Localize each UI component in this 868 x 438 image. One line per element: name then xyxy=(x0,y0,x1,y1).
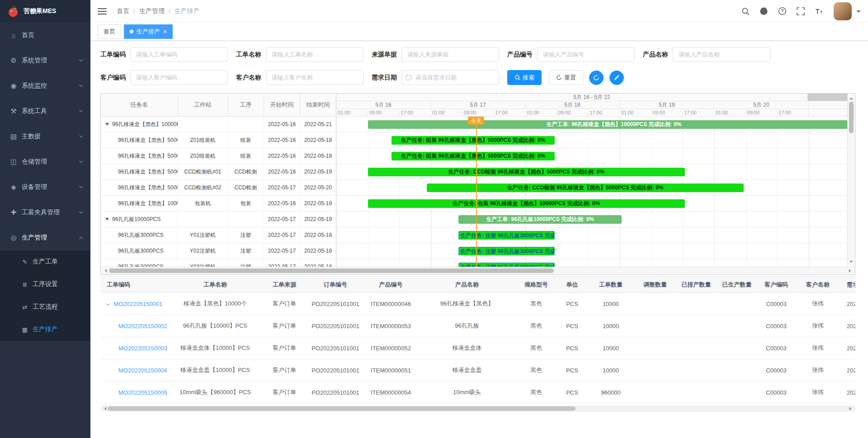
gantt-task-row[interactable]: 96孔移液盒【黑色】10000PCS包装机包装2022-05-162022-05… xyxy=(101,196,336,212)
sidebar-item[interactable]: ▤主数据 xyxy=(0,124,90,149)
task-name: 96孔移液盒【黑色】5000PCS xyxy=(118,184,178,192)
sidebar-item-label: 系统监控 xyxy=(22,82,47,90)
tab-production-schedule[interactable]: 生产排产 × xyxy=(124,24,173,39)
tab-home[interactable]: 首页 xyxy=(98,24,121,39)
horizontal-scrollbar-thumb[interactable] xyxy=(109,268,554,273)
text-input[interactable] xyxy=(537,47,635,62)
text-input[interactable] xyxy=(673,47,770,62)
search-icon[interactable] xyxy=(741,7,750,15)
order-code-link[interactable]: MO202205150003 xyxy=(118,345,167,352)
hamburger-icon[interactable] xyxy=(98,8,107,15)
gantt-bar[interactable]: 生产任务: 注塑 96孔孔板3000PCS 完成比例: 0% xyxy=(458,231,555,240)
sidebar-item-label: 仓储管理 xyxy=(22,158,47,166)
gantt-bar[interactable]: 生产任务: 组装 96孔移液盒【黑色】5000PCS 完成比例: 0% xyxy=(392,152,555,160)
gantt-grid-column-header: 任务名 xyxy=(101,94,178,116)
gantt-horizontal-scrollbar[interactable] xyxy=(101,267,855,274)
vertical-scrollbar-thumb[interactable] xyxy=(849,102,854,133)
gantt-bar[interactable]: 生产任务: 组装 96孔移液盒【黑色】5000PCS 完成比例: 0% xyxy=(392,136,555,145)
gantt-bar[interactable]: 生产任务: 注塑 96孔孔板3000PCS 完成比例: 0% xyxy=(458,247,555,255)
gantt-task-row[interactable]: 96孔移液盒【黑色】10000PCS2022-05-162022-05-21 xyxy=(101,117,336,132)
expand-row-icon[interactable] xyxy=(106,301,110,306)
table-row[interactable]: MO202205150003移液盒盒体【10000】PCS客户订单PO20220… xyxy=(100,337,855,359)
text-input[interactable] xyxy=(130,70,228,85)
github-icon[interactable] xyxy=(760,7,768,15)
scroll-left-arrow-icon[interactable] xyxy=(103,269,107,273)
gantt-bar[interactable]: 生产任务: CCD检测 96孔移液盒【黑色】5000PCS 完成比例: 0% xyxy=(368,168,685,176)
scroll-right-arrow-icon[interactable] xyxy=(849,407,853,410)
gantt-task-row[interactable]: 96孔移液盒【黑色】5000PCSZ02组装机组装2022-05-162022-… xyxy=(101,148,336,164)
orders-horizontal-scrollbar[interactable] xyxy=(100,405,855,412)
gantt-bar[interactable]: 生产任务: 包装 96孔移液盒【黑色】10000PCS 完成比例: 0% xyxy=(368,199,685,208)
gantt-day-header: 5月 19 xyxy=(620,101,714,108)
sidebar-item[interactable]: ◉系统监控 xyxy=(0,73,90,99)
task-name: 96孔孔板3000PCS xyxy=(118,231,164,239)
gantt-day-header: 5月 20 xyxy=(714,101,809,108)
gantt-vertical-scrollbar[interactable] xyxy=(847,94,855,267)
tools-icon: ⚒ xyxy=(9,107,18,115)
sidebar-item[interactable]: ⚒系统工具 xyxy=(0,99,90,124)
table-row[interactable]: MO202205150001移液盒【黑色】10000个客户订单PO2022051… xyxy=(100,293,855,315)
sidebar-subitem[interactable]: ≣工序设置 xyxy=(0,273,90,296)
sidebar-item[interactable]: ◫仓储管理 xyxy=(0,149,90,174)
app-title: 苦糖果MES xyxy=(24,7,56,15)
gantt-task-row[interactable]: 96孔移液盒【黑色】5000PCSCCD检测机#01CCD检测2022-05-1… xyxy=(101,164,336,180)
collapse-icon[interactable] xyxy=(105,218,109,221)
scroll-up-arrow-icon[interactable] xyxy=(849,96,853,99)
date-input[interactable] xyxy=(401,70,499,85)
scroll-right-arrow-icon[interactable] xyxy=(849,269,853,273)
gantt-bar[interactable]: 生产工单: 96孔孔板10000PCS 完成比例: 0% xyxy=(458,215,622,224)
order-code-link[interactable]: MO202205150005 xyxy=(118,389,167,396)
gantt-task-row[interactable]: 96孔孔板3000PCSY03注塑机注塑2022-05-172022-05-18 xyxy=(101,259,336,267)
scroll-down-arrow-icon[interactable] xyxy=(849,261,853,264)
gantt-task-row[interactable]: 96孔移液盒【黑色】5000PCSCCD检测机#02CCD检测2022-05-1… xyxy=(101,180,336,196)
sidebar-item[interactable]: ◎生产管理 xyxy=(0,225,90,250)
text-input[interactable] xyxy=(266,70,363,85)
sidebar-subitem[interactable]: ✎生产工单 xyxy=(0,250,90,273)
sidebar-subitem[interactable]: ▦生产排产 xyxy=(0,318,90,341)
gantt-hours-header: 01:0009:0017:0001:0009:0017:0001:0009:00… xyxy=(336,109,847,117)
sidebar-item[interactable]: ✚工装夹具管理 xyxy=(0,200,90,225)
orders-column-header: 工单名称 xyxy=(170,277,261,293)
gantt-task-row[interactable]: 96孔移液盒【黑色】5000PCSZ01组装机组装2022-05-162022-… xyxy=(101,132,336,148)
sidebar-item[interactable]: ◈设备管理 xyxy=(0,174,90,200)
gantt-bar[interactable]: 生产任务: CCD检测 96孔移液盒【黑色】5000PCS 完成比例: 0% xyxy=(427,184,744,192)
gantt-chart-row: 生产任务: CCD检测 96孔移液盒【黑色】5000PCS 完成比例: 0% xyxy=(336,164,847,180)
close-icon[interactable]: × xyxy=(163,28,167,35)
table-row[interactable]: MO20220515000510mm吸头【960000】PCS客户订单PO202… xyxy=(100,381,855,404)
orders-column-header: 已排产数量 xyxy=(676,277,717,293)
order-code-link[interactable]: MO202205150002 xyxy=(118,323,167,330)
scroll-left-arrow-icon[interactable] xyxy=(103,407,106,410)
user-avatar[interactable] xyxy=(834,2,852,20)
breadcrumb-home[interactable]: 首页 xyxy=(117,7,129,15)
text-input[interactable] xyxy=(130,47,228,62)
gantt-bar[interactable]: 生产工单: 96孔移液盒【黑色】10000PCS 完成比例: 0% xyxy=(368,120,847,129)
chevron-down-icon[interactable] xyxy=(856,10,861,15)
reset-button[interactable]: 重置 xyxy=(549,70,583,85)
gantt-bar[interactable]: 生产任务: 注塑 96孔孔板3000PCS 完成比例: 0% xyxy=(458,263,555,267)
fullscreen-icon[interactable] xyxy=(797,7,805,15)
gantt-hour-header: 01:00 xyxy=(431,109,462,116)
gantt-task-row[interactable]: 96孔孔板10000PCS2022-05-172022-05-19 xyxy=(101,212,336,227)
sidebar-subitem[interactable]: ⇄工艺流程 xyxy=(0,296,90,318)
search-button[interactable]: 搜索 xyxy=(507,70,542,85)
order-code-link[interactable]: MO202205150004 xyxy=(118,367,167,374)
text-input[interactable] xyxy=(401,47,499,62)
table-row[interactable]: MO202205150004移液盒盒盖【10000】PCS客户订单PO20220… xyxy=(100,359,855,381)
text-input[interactable] xyxy=(266,47,363,62)
table-row[interactable]: MO20220515000296孔孔板【10000】PCS客户订单PO20220… xyxy=(100,315,855,337)
horizontal-scrollbar-thumb[interactable] xyxy=(108,406,576,411)
help-icon[interactable]: ? xyxy=(778,7,787,15)
sidebar-item[interactable]: ⚙系统管理 xyxy=(0,48,90,73)
edit-button[interactable] xyxy=(609,71,624,85)
app-logo[interactable]: 苦糖果MES xyxy=(0,0,90,23)
gantt-chart-row: 生产任务: 注塑 96孔孔板3000PCS 完成比例: 0% xyxy=(336,243,847,259)
refresh-gantt-button[interactable] xyxy=(589,71,604,85)
order-code-link[interactable]: MO202205150001 xyxy=(114,301,163,307)
breadcrumb-production[interactable]: 生产管理 xyxy=(139,7,165,15)
font-size-icon[interactable]: TT xyxy=(815,7,824,15)
gantt-task-row[interactable]: 96孔孔板3000PCSY02注塑机注塑2022-05-172022-05-18 xyxy=(101,243,336,259)
sidebar-item[interactable]: ⌂首页 xyxy=(0,23,90,48)
gantt-task-row[interactable]: 96孔孔板3000PCSY01注塑机注塑2022-05-172022-05-18 xyxy=(101,227,336,243)
collapse-icon[interactable] xyxy=(105,123,109,126)
filter-label: 客户编码 xyxy=(100,74,126,82)
